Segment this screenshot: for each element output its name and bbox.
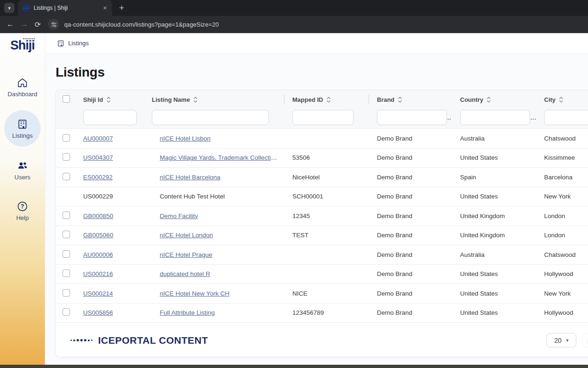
brand-cell: Demo Brand	[368, 232, 452, 239]
row-checkbox[interactable]	[63, 173, 70, 180]
city-cell: Hollywood	[536, 309, 588, 316]
city-cell: London	[536, 212, 588, 219]
filter-input-mapped-id[interactable]	[292, 110, 354, 125]
brand-cell: Demo Brand	[368, 212, 452, 219]
back-icon[interactable]: ←	[7, 20, 14, 28]
column-header-brand[interactable]: Brand	[368, 90, 452, 109]
breadcrumb[interactable]: Listings	[45, 33, 588, 54]
table-row: US000216 duplicated hotel R Demo Brand U…	[56, 264, 588, 284]
brand-cell: Demo Brand	[368, 251, 452, 258]
chevron-down-icon: ▾	[566, 338, 568, 343]
listing-name-link[interactable]: duplicated hotel R	[160, 270, 210, 277]
listing-name-link[interactable]: nICE Hotel Lisbon	[160, 135, 211, 142]
mapped-id-cell: 12345	[284, 212, 368, 219]
filter-input-city[interactable]	[544, 110, 588, 125]
column-header-shiji-id[interactable]: Shiji Id	[83, 90, 151, 109]
row-checkbox[interactable]	[63, 212, 70, 219]
table-header-row: Shiji Id Listing Name Mapped ID Bra	[56, 90, 588, 109]
tab-close-icon[interactable]: ×	[102, 4, 108, 12]
row-checkbox[interactable]	[63, 134, 70, 142]
brand-cell: Demo Brand	[368, 154, 452, 161]
url-bar[interactable]: qa-content.shijicloud.com/listings?page=…	[64, 21, 219, 28]
sidebar-item-listings[interactable]: Listings	[4, 110, 41, 147]
column-header-mapped-id[interactable]: Mapped ID	[284, 90, 368, 109]
listing-name-link[interactable]: Full Attribute Listing	[160, 309, 215, 316]
country-cell: United Kingdom	[452, 212, 536, 219]
country-cell: United States	[452, 309, 536, 316]
iceportal-logo: ICEPORTAL CONTENT	[71, 335, 208, 346]
brand-cell: Demo Brand	[368, 135, 452, 142]
building-icon	[57, 40, 64, 47]
mapped-id-cell: 53506	[284, 154, 368, 161]
filter-input-shiji-id[interactable]	[83, 110, 137, 125]
column-header-city[interactable]: City	[536, 90, 588, 109]
brand-cell: Demo Brand	[368, 290, 452, 297]
row-checkbox[interactable]	[63, 231, 70, 238]
browser-tab-bar: ▾ ···· Listings | Shiji × +	[0, 0, 588, 16]
sidebar-item-help[interactable]: ? Help	[4, 193, 41, 228]
row-checkbox[interactable]	[63, 269, 70, 277]
city-cell: Barcelona	[536, 174, 588, 181]
brand-cell: Demo Brand	[368, 270, 452, 277]
reload-icon[interactable]: ⟳	[35, 20, 41, 29]
city-cell: London	[536, 232, 588, 239]
shiji-id-link[interactable]: US000216	[83, 270, 113, 277]
table-row: GB005060 nICE Hotel London TEST Demo Bra…	[56, 226, 588, 245]
new-tab-button[interactable]: +	[119, 3, 124, 13]
filter-input-country[interactable]	[460, 110, 530, 125]
row-checkbox[interactable]	[63, 289, 70, 297]
country-cell: Australia	[452, 135, 536, 142]
table-row: US005856 Full Attribute Listing 12345678…	[56, 303, 588, 323]
forward-icon[interactable]: →	[21, 20, 28, 28]
sort-icon	[487, 97, 491, 103]
tab-search-button[interactable]: ▾	[4, 3, 14, 13]
tab-title: Listings | Shiji	[34, 5, 102, 11]
shiji-id-link[interactable]: AU000006	[83, 251, 113, 258]
svg-text:?: ?	[21, 203, 24, 210]
shiji-id-link[interactable]: US005856	[83, 309, 113, 316]
brand-cell: Demo Brand	[368, 309, 452, 316]
question-circle-icon: ?	[16, 200, 28, 212]
column-header-country[interactable]: Country	[452, 90, 536, 109]
browser-tab[interactable]: ···· Listings | Shiji ×	[18, 0, 112, 16]
country-cell: Australia	[452, 251, 536, 258]
shiji-id-link[interactable]: GB000850	[83, 212, 113, 219]
listing-name-link[interactable]: nICE Hotel London	[160, 232, 213, 239]
listing-name-link[interactable]: Demo Facility	[160, 212, 198, 219]
first-page-button[interactable]: |←	[582, 333, 588, 347]
row-checkbox[interactable]	[63, 250, 70, 258]
row-checkbox[interactable]	[63, 308, 70, 316]
site-info-button[interactable]	[48, 19, 59, 30]
browser-toolbar: ← → ⟳ qa-content.shijicloud.com/listings…	[0, 16, 588, 33]
sort-icon	[106, 97, 111, 103]
filter-input-brand[interactable]	[377, 110, 447, 125]
shiji-id-link[interactable]: AU000007	[83, 135, 113, 142]
column-header-listing-name[interactable]: Listing Name	[151, 90, 284, 109]
table-footer: ICEPORTAL CONTENT 20 ▾ |←	[56, 322, 588, 357]
row-checkbox[interactable]	[63, 153, 70, 161]
people-icon	[16, 160, 29, 172]
city-cell: Hollywood	[536, 270, 588, 277]
sidebar-item-dashboard[interactable]: Dashboard	[4, 70, 41, 104]
shiji-id-link[interactable]: ES000292	[83, 174, 113, 181]
sidebar-item-users[interactable]: Users	[4, 153, 41, 187]
listing-name-link[interactable]: nICE Hotel New York CH	[160, 290, 229, 297]
city-cell: Kissimmee	[536, 154, 588, 161]
iceportal-dots-icon	[71, 339, 92, 341]
sort-icon	[326, 97, 331, 103]
listing-name-link[interactable]: Magic Village Yards, Trademark Collectio…	[160, 154, 284, 161]
shiji-id-link[interactable]: GB005060	[83, 232, 113, 239]
country-cell: United States	[452, 154, 536, 161]
listing-name-link[interactable]: nICE Hotel Barcelona	[160, 174, 220, 181]
shiji-logo: •••••• Shiji	[10, 39, 35, 52]
filter-input-listing-name[interactable]	[152, 110, 269, 125]
shiji-id-link[interactable]: US000214	[83, 290, 113, 297]
page-size-select[interactable]: 20 ▾	[546, 333, 576, 347]
sort-icon	[559, 97, 563, 103]
select-all-checkbox[interactable]	[63, 95, 70, 103]
listing-name-link[interactable]: nICE Hotel Prague	[160, 251, 213, 258]
table-row: US004307 Magic Village Yards, Trademark …	[56, 148, 588, 168]
city-cell: Chatswood	[536, 251, 588, 258]
shiji-id-link[interactable]: US004307	[83, 154, 113, 161]
table-filter-row	[56, 109, 588, 128]
